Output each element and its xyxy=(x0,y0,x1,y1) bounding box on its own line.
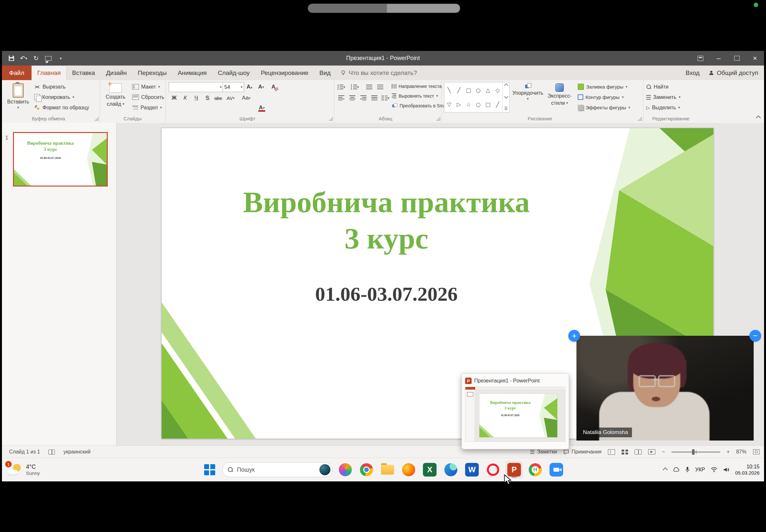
undo-button[interactable]: ↶▾ xyxy=(18,53,29,64)
weather-widget[interactable]: 1 4°C Sunny xyxy=(7,458,40,481)
shapes-scrollbar[interactable] xyxy=(503,82,509,112)
ribbon-display-options-button[interactable] xyxy=(691,51,710,66)
volume-icon[interactable] xyxy=(723,467,730,472)
taskbar-word[interactable]: W xyxy=(464,461,480,478)
clipboard-dialog-launcher[interactable] xyxy=(94,117,98,121)
cloud-icon[interactable] xyxy=(673,467,680,472)
replace-button[interactable]: Заменить ▾ xyxy=(646,92,680,102)
zoom-slider[interactable] xyxy=(672,452,720,453)
taskbar-excel[interactable]: X xyxy=(421,461,438,478)
paste-dropdown-icon[interactable]: ▾ xyxy=(17,106,19,109)
shape-diamond-icon[interactable]: ◇ xyxy=(496,87,500,93)
maximize-button[interactable] xyxy=(728,51,746,66)
start-slideshow-button[interactable] xyxy=(43,53,54,64)
view-reading-button[interactable] xyxy=(635,449,642,454)
character-spacing-button[interactable]: AV▾ xyxy=(225,93,236,103)
italic-button[interactable]: К xyxy=(180,93,190,103)
align-left-button[interactable] xyxy=(336,93,346,103)
shape-outline-button[interactable]: Контур фигуры ▾ xyxy=(578,92,624,102)
select-button[interactable]: ▷ Выделить ▾ xyxy=(646,103,680,112)
zoom-slider-thumb[interactable] xyxy=(692,449,695,455)
shape-line-icon[interactable]: ╲ xyxy=(448,87,451,93)
find-button[interactable]: Найти xyxy=(646,82,669,91)
shape-rectangle-icon[interactable]: □ xyxy=(466,87,471,93)
start-button[interactable] xyxy=(201,461,218,478)
slide-subtitle-placeholder[interactable]: 01.06-03.07.2026 xyxy=(162,283,611,306)
shape-effects-button[interactable]: Эффекты фигуры ▾ xyxy=(578,103,630,112)
taskbar-search[interactable]: Пошук xyxy=(222,462,333,477)
shape-diag-icon[interactable]: ╱ xyxy=(496,101,499,108)
reset-button[interactable]: Сбросить xyxy=(132,92,164,102)
shrink-font-button[interactable]: А▾ xyxy=(256,82,266,92)
tab-view[interactable]: Вид xyxy=(314,66,336,80)
new-slide-button[interactable]: Создать слайд ▾ xyxy=(102,82,129,115)
taskbar-opera[interactable] xyxy=(485,461,502,478)
numbering-dropdown-icon[interactable]: ▾ xyxy=(357,85,359,89)
taskbar-zoom[interactable] xyxy=(548,461,565,478)
video-expand-button[interactable]: + xyxy=(568,330,580,342)
shapes-more-icon[interactable] xyxy=(505,106,507,110)
taskbar-explorer[interactable] xyxy=(379,461,396,478)
tab-home[interactable]: Главная xyxy=(31,66,67,80)
text-shadow-button[interactable]: S xyxy=(202,93,213,103)
shapes-gallery[interactable]: ╲ ╱ □ ○ △ ◇ ▽ ▷ ☆ ○ □ ╱ xyxy=(444,82,510,113)
sign-in-button[interactable]: Вход xyxy=(686,69,699,77)
shapes-scroll-up-icon[interactable] xyxy=(504,83,508,87)
language-switcher[interactable]: УКР xyxy=(695,467,705,473)
taskbar-copilot[interactable] xyxy=(337,461,354,478)
shape-triangle-down-icon[interactable]: ▽ xyxy=(447,101,451,108)
tab-animations[interactable]: Анимация xyxy=(172,66,212,80)
tray-chevron-icon[interactable] xyxy=(663,467,668,472)
shape-triangle-icon[interactable]: △ xyxy=(486,87,490,93)
font-size-combobox[interactable]: 54 ▾ xyxy=(223,82,244,92)
shape-square-icon[interactable]: □ xyxy=(485,101,491,108)
clear-formatting-button[interactable]: А xyxy=(268,82,279,92)
tab-transitions[interactable]: Переходы xyxy=(132,66,172,80)
tab-review[interactable]: Рецензирование xyxy=(255,66,314,80)
arrange-button[interactable]: Упорядочить ▾ xyxy=(512,82,544,115)
spellcheck-icon[interactable] xyxy=(48,450,55,454)
language-indicator[interactable]: украинский xyxy=(63,449,90,455)
customize-qat-button[interactable]: ▾ xyxy=(55,53,66,64)
microphone-icon[interactable] xyxy=(685,466,690,473)
strikethrough-button[interactable]: abc xyxy=(213,93,224,103)
bullets-dropdown-icon[interactable]: ▾ xyxy=(343,85,345,89)
columns-button[interactable]: ▾ xyxy=(380,93,391,103)
taskbar-firefox[interactable] xyxy=(400,461,417,478)
close-button[interactable]: × xyxy=(746,51,764,66)
redo-button[interactable]: ↻ xyxy=(30,53,42,64)
save-button[interactable] xyxy=(6,53,17,64)
paragraph-dialog-launcher[interactable] xyxy=(436,117,440,121)
grow-font-button[interactable]: А▴ xyxy=(244,82,255,92)
font-name-combobox[interactable]: ▾ xyxy=(169,82,223,92)
layout-button[interactable]: Макет ▾ xyxy=(132,82,160,91)
font-name-dropdown-icon[interactable]: ▾ xyxy=(220,85,222,89)
section-button[interactable]: Раздел ▾ xyxy=(132,103,162,112)
shape-circle-icon[interactable]: ○ xyxy=(476,101,481,108)
taskbar-edge[interactable] xyxy=(443,461,459,478)
text-direction-button[interactable]: Направление текста ▾ xyxy=(392,81,446,91)
view-slide-sorter-button[interactable] xyxy=(622,450,628,454)
format-painter-button[interactable]: Формат по образцу xyxy=(34,103,89,112)
slide-thumbnail[interactable]: Виробнича практика 3 курс 01.06-03.07.20… xyxy=(13,132,108,187)
taskbar-browser-profile[interactable]: H xyxy=(527,461,544,478)
wifi-icon[interactable] xyxy=(711,467,718,472)
shape-line2-icon[interactable]: ╱ xyxy=(457,87,461,93)
taskbar-chrome[interactable] xyxy=(358,461,375,478)
increase-indent-button[interactable] xyxy=(375,82,386,92)
taskbar-clock[interactable]: 10:15 05.03.2026 xyxy=(735,464,760,476)
preview-thumbnail[interactable]: Виробнича практика 3 курс 01.06-03.07.20… xyxy=(465,387,565,442)
fit-slide-button[interactable] xyxy=(753,449,760,454)
tab-slideshow[interactable]: Слайд-шоу xyxy=(212,66,255,80)
view-slideshow-button[interactable] xyxy=(648,449,655,454)
cut-button[interactable]: Вырезать xyxy=(34,82,66,91)
shape-fill-button[interactable]: Заливка фигуры ▾ xyxy=(578,82,627,91)
underline-button[interactable]: Ч xyxy=(191,93,201,103)
tab-file[interactable]: Файл xyxy=(2,66,31,80)
font-size-dropdown-icon[interactable]: ▾ xyxy=(240,85,242,89)
tell-me-box[interactable]: Что вы хотите сделать? xyxy=(336,66,421,80)
zoom-out-button[interactable]: − xyxy=(662,449,665,455)
columns-dropdown-icon[interactable]: ▾ xyxy=(388,96,390,100)
notes-toggle[interactable]: Заметки xyxy=(530,449,557,455)
zoom-level[interactable]: 87% xyxy=(736,449,747,455)
